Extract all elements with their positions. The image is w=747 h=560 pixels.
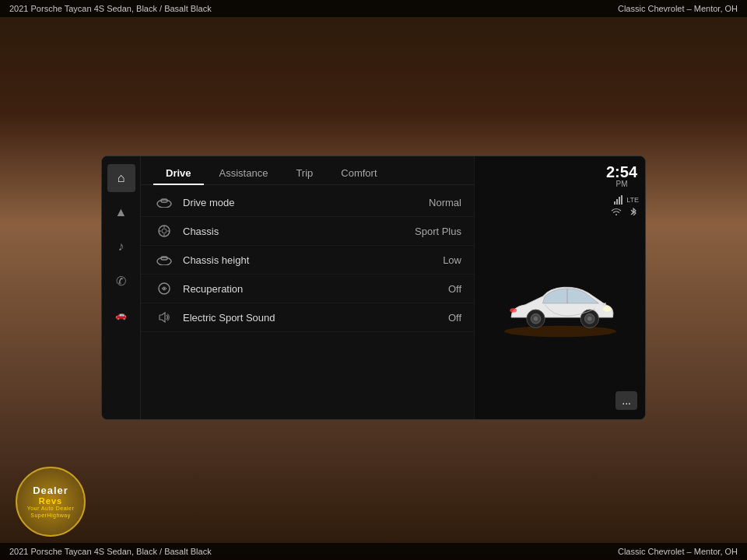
sidebar-icon-car[interactable]: 🚗 [107, 301, 135, 329]
menu-item-drive-mode[interactable]: Drive mode Normal [141, 188, 474, 217]
svg-point-8 [157, 257, 171, 265]
watermark-line1: Dealer [33, 485, 68, 496]
bottom-bar-left: 2021 Porsche Taycan 4S Sedan, Black / Ba… [9, 547, 212, 556]
bluetooth-icon [628, 208, 639, 215]
chassis-icon [153, 223, 175, 239]
drive-menu-list: Drive mode Normal Chassis Sport Plus [141, 185, 474, 419]
drive-mode-value: Normal [429, 197, 461, 208]
recuperation-icon [153, 281, 175, 296]
svg-point-0 [157, 200, 171, 208]
svg-point-3 [162, 229, 167, 233]
bottom-bar-right: Classic Chevrolet – Mentor, OH [618, 547, 738, 556]
wifi-icon [611, 208, 622, 215]
chassis-height-label: Chassis height [183, 254, 443, 266]
watermark-tagline: Your Auto Dealer SuperHighway [17, 506, 84, 519]
menu-item-chassis-height[interactable]: Chassis height Low [141, 246, 474, 275]
sidebar-icon-home[interactable]: ⌂ [107, 164, 135, 192]
status-icons: LTE [611, 195, 639, 215]
clock: 2:54 PM [606, 164, 637, 188]
menu-item-chassis[interactable]: Chassis Sport Plus [141, 217, 474, 246]
tab-comfort[interactable]: Comfort [328, 163, 389, 185]
clock-ampm: PM [606, 180, 637, 188]
top-bar: 2021 Porsche Taycan 4S Sedan, Black / Ba… [0, 0, 747, 17]
porsche-car-svg [490, 257, 630, 350]
tabs-bar: Drive Assistance Trip Comfort [141, 156, 474, 185]
svg-point-28 [510, 308, 517, 312]
lte-label: LTE [626, 196, 639, 204]
sidebar-icon-music[interactable]: ♪ [107, 233, 135, 261]
svg-rect-15 [621, 195, 622, 205]
watermark-line2: Revs [39, 496, 62, 506]
tab-trip[interactable]: Trip [283, 163, 325, 185]
infotainment-screen: ⌂ ▲ ♪ ✆ 🚗 Drive Assistance Trip Comfort [101, 156, 646, 420]
svg-point-23 [533, 317, 537, 320]
svg-point-19 [504, 326, 616, 337]
chassis-height-value: Low [443, 254, 461, 266]
recuperation-label: Recuperation [183, 283, 448, 295]
menu-item-recuperation[interactable]: Recuperation Off [141, 275, 474, 303]
top-bar-left: 2021 Porsche Taycan 4S Sedan, Black / Ba… [9, 4, 212, 13]
main-content: Drive Assistance Trip Comfort Drive mode… [141, 156, 474, 419]
tab-assistance[interactable]: Assistance [207, 163, 281, 185]
electric-sport-sound-icon [153, 310, 175, 325]
chassis-value: Sport Plus [415, 226, 461, 237]
svg-point-11 [163, 288, 166, 290]
svg-point-26 [587, 317, 591, 320]
drive-mode-label: Drive mode [183, 197, 429, 208]
clock-time: 2:54 [606, 164, 637, 180]
svg-rect-9 [161, 257, 167, 260]
svg-point-16 [615, 214, 617, 215]
bottom-bar: 2021 Porsche Taycan 4S Sedan, Black / Ba… [0, 543, 747, 560]
infotainment-sidebar: ⌂ ▲ ♪ ✆ 🚗 [102, 156, 141, 419]
top-bar-right: Classic Chevrolet – Mentor, OH [618, 4, 738, 13]
menu-item-electric-sport-sound[interactable]: Electric Sport Sound Off [141, 303, 474, 332]
chassis-height-icon [153, 252, 175, 268]
sidebar-icon-nav[interactable]: ▲ [107, 198, 135, 226]
chassis-label: Chassis [183, 226, 415, 237]
right-panel: 2:54 PM LTE [474, 156, 645, 419]
electric-sport-sound-label: Electric Sport Sound [183, 312, 448, 324]
svg-rect-12 [614, 201, 615, 205]
svg-rect-1 [161, 199, 167, 202]
drive-mode-icon [153, 194, 175, 210]
more-button[interactable]: ... [615, 391, 637, 410]
svg-rect-14 [619, 197, 620, 205]
wifi-status [611, 208, 639, 215]
watermark: Dealer Revs Your Auto Dealer SuperHighwa… [16, 467, 86, 537]
watermark-circle: Dealer Revs Your Auto Dealer SuperHighwa… [16, 467, 86, 537]
svg-point-27 [602, 306, 611, 312]
svg-rect-13 [616, 199, 618, 205]
sidebar-icon-phone[interactable]: ✆ [107, 267, 135, 295]
car-illustration [490, 257, 630, 350]
electric-sport-sound-value: Off [448, 312, 461, 324]
tab-drive[interactable]: Drive [153, 163, 204, 185]
recuperation-value: Off [448, 283, 461, 295]
lte-status: LTE [614, 195, 639, 205]
signal-icon [614, 195, 623, 205]
